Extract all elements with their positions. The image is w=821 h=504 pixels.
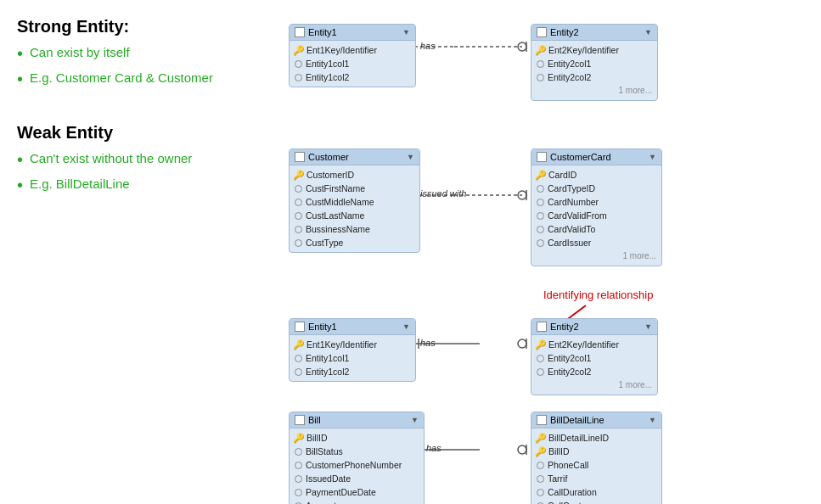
rel-has-mid-label: has <box>420 338 436 348</box>
entity2-top-header: Entity2 ▼ <box>531 25 657 41</box>
customer-row-5-text: CustType <box>306 238 343 248</box>
rel-has-top-label: has <box>420 41 436 51</box>
cc-row-2-text: CardNumber <box>548 197 599 207</box>
entity1-top-body: 🔑 Ent1Key/Identifier Entity1col1 Entity1… <box>290 41 415 87</box>
entity2-top-row-1-text: Entity2col1 <box>548 59 591 69</box>
customer-row-4: BussinessName <box>290 222 419 236</box>
cc-row-1: CardTypeID <box>531 182 661 195</box>
customer-row-4-text: BussinessName <box>306 224 370 234</box>
weak-entity-title: Weak Entity <box>17 123 272 143</box>
circle-icon-1 <box>295 74 302 81</box>
entity1-top-icon <box>295 27 305 37</box>
svg-point-13 <box>518 339 526 348</box>
e2m-row-1: Entity2col1 <box>531 351 657 365</box>
svg-point-8 <box>518 191 526 199</box>
entity1-top-arrow: ▼ <box>402 28 410 36</box>
entity2-top-box: Entity2 ▼ 🔑 Ent2Key/Identifier Entity2co… <box>531 24 658 101</box>
entity1-top-row-2: Entity1col2 <box>290 70 415 84</box>
circle-icon-0 <box>295 60 302 68</box>
bd-row-1: 🔑 BillID <box>531 445 661 458</box>
bill-row-2-text: CustomerPhoneNumber <box>306 460 402 470</box>
entity2-top-body: 🔑 Ent2Key/Identifier Entity2col1 Entity2… <box>531 41 657 100</box>
bill-icon <box>295 415 305 425</box>
customer-icon <box>295 152 305 162</box>
bullet-dot-2: • <box>17 69 23 89</box>
svg-point-18 <box>518 445 526 454</box>
customer-card-box: CustomerCard ▼ 🔑 CardID CardTypeID CardN… <box>531 148 662 266</box>
weak-bullet-text-2: E.g. BillDetailLine <box>30 175 130 193</box>
cc-row-4: CardValidTo <box>531 222 661 236</box>
circle-icon-21 <box>295 489 302 496</box>
customer-row-3-text: CustLastName <box>306 210 364 221</box>
bill-row-1: BillStatus <box>290 445 424 458</box>
entity2-mid-icon <box>537 322 547 332</box>
bill-row-1-text: BillStatus <box>306 446 343 456</box>
entity1-top-header: Entity1 ▼ <box>290 25 415 41</box>
entity2-mid-arrow: ▼ <box>644 322 652 331</box>
bill-detail-body: 🔑 BillDetailLineID 🔑 BillID PhoneCall Ta… <box>531 428 661 504</box>
customer-card-icon <box>537 152 547 162</box>
bd-row-5: CallCost <box>531 499 661 504</box>
cc-row-4-text: CardValidTo <box>548 224 595 234</box>
e2m-row-1-text: Entity2col1 <box>548 353 591 363</box>
entity1-mid-box: Entity1 ▼ 🔑 Ent1Key/Identifier Entity1co… <box>289 318 416 382</box>
entity2-top-row-2-text: Entity2col2 <box>548 72 591 82</box>
entity2-top-title: Entity2 <box>550 27 579 37</box>
key-icon-0: 🔑 <box>295 46 303 54</box>
circle-icon-17 <box>537 368 544 376</box>
cc-row-0: 🔑 CardID <box>531 168 661 182</box>
circle-icon-4 <box>295 185 302 193</box>
customer-arrow: ▼ <box>407 153 414 161</box>
bullet-dot-3: • <box>17 149 23 170</box>
entity2-top-row-0: 🔑 Ent2Key/Identifier <box>531 43 657 57</box>
customer-row-0: 🔑 CustomerID <box>290 168 419 182</box>
circle-icon-11 <box>537 212 544 220</box>
bd-row-4: CallDuration <box>531 485 661 499</box>
e2m-row-0: 🔑 Ent2Key/Identifier <box>531 338 657 351</box>
entity1-mid-icon <box>295 322 305 332</box>
customer-row-5: CustType <box>290 236 419 249</box>
customer-row-1: CustFirstName <box>290 182 419 195</box>
bill-row-4-text: PaymentDueDate <box>306 487 376 497</box>
bill-header: Bill ▼ <box>290 412 424 428</box>
e1m-row-2-text: Entity1col2 <box>306 367 349 377</box>
bd-row-2-text: PhoneCall <box>548 460 588 470</box>
key-icon-4: 🔑 <box>295 340 303 349</box>
identifying-label: Identifying relationship <box>543 288 653 301</box>
bullet-dot-4: • <box>17 175 23 195</box>
entity1-top-row-0: 🔑 Ent1Key/Identifier <box>290 43 415 57</box>
bd-row-3-text: Tarrif <box>548 473 567 484</box>
key-icon-5: 🔑 <box>537 340 545 349</box>
cc-row-1-text: CardTypeID <box>548 183 595 193</box>
customer-card-arrow: ▼ <box>649 153 656 161</box>
bill-row-3: IssuedDate <box>290 472 424 485</box>
key-icon-2: 🔑 <box>295 171 303 179</box>
bd-row-5-text: CallCost <box>548 501 582 504</box>
entity1-top-box: Entity1 ▼ 🔑 Ent1Key/Identifier Entity1co… <box>289 24 416 87</box>
weak-bullet-text-1: Can't exist without the owner <box>30 149 192 167</box>
cc-row-5-text: CardIssuer <box>548 238 591 248</box>
rel-has-bottom-label: has <box>426 443 441 453</box>
entity1-top-title: Entity1 <box>308 27 337 37</box>
entity1-top-row-0-text: Ent1Key/Identifier <box>306 45 377 55</box>
circle-icon-5 <box>295 199 302 206</box>
strong-bullet-text-1: Can exist by itself <box>30 43 130 61</box>
entity2-mid-title: Entity2 <box>550 322 579 332</box>
bd-row-2: PhoneCall <box>531 458 661 472</box>
entity2-top-row-0-text: Ent2Key/Identifier <box>548 45 619 55</box>
strong-bullet-text-2: E.g. Customer Card & Customer <box>30 69 213 87</box>
circle-icon-16 <box>537 355 544 362</box>
entity2-top-more: 1 more... <box>531 84 657 98</box>
entity2-top-arrow: ▼ <box>644 28 652 36</box>
entity1-top-row-1-text: Entity1col1 <box>306 59 349 69</box>
bd-row-4-text: CallDuration <box>548 487 597 497</box>
bill-title: Bill <box>308 415 321 425</box>
circle-icon-10 <box>537 199 544 206</box>
e1m-row-0-text: Ent1Key/Identifier <box>306 339 377 350</box>
key-icon-3: 🔑 <box>537 171 545 179</box>
cc-row-3: CardValidFrom <box>531 209 661 222</box>
customer-card-header: CustomerCard ▼ <box>531 149 661 165</box>
cc-row-0-text: CardID <box>548 170 576 180</box>
svg-point-3 <box>518 42 526 51</box>
customer-row-3: CustLastName <box>290 209 419 222</box>
